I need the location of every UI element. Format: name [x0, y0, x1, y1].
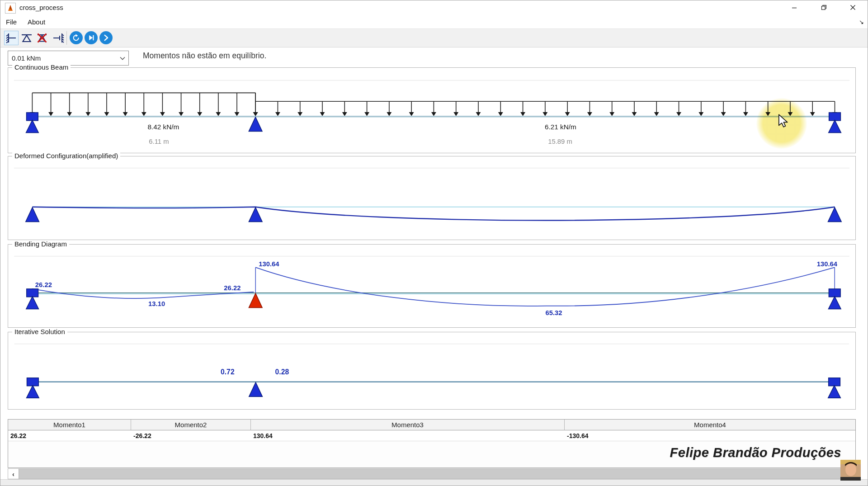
table-cell[interactable]: 26.22 [8, 430, 131, 441]
moments-table: Momento1 Momento2 Momento3 Momento4 26.2… [8, 419, 856, 468]
deformed-curve [33, 207, 835, 221]
close-button[interactable] [842, 0, 863, 14]
support-icon [26, 208, 39, 222]
free-end-icon [52, 32, 64, 44]
reset-icon [72, 33, 80, 42]
iterative-solution-panel: Iterative Solution 0.72 0.28 [8, 332, 856, 410]
distributed-load-arrows-right [253, 101, 837, 116]
close-icon [850, 5, 856, 10]
run-icon [102, 34, 110, 42]
support-icon [249, 117, 262, 132]
fixed-support-tool-button[interactable] [4, 31, 19, 45]
pin-support-icon [21, 32, 33, 44]
menu-about[interactable]: About [24, 17, 49, 27]
support-icon [828, 208, 841, 222]
load-label-right: 6.21 kN/m [545, 123, 576, 131]
distribution-factor-left: 0.72 [221, 368, 235, 376]
watermark-text: Felipe Brandão Produções [670, 445, 841, 460]
watermark-avatar [840, 460, 861, 481]
matlab-app-icon [5, 3, 16, 14]
table-cell[interactable]: -130.64 [565, 430, 855, 441]
support-icon [249, 208, 262, 222]
continuous-beam-panel: Continuous Beam 8.42 kN/m 6.11 m 6.21 kN… [8, 67, 856, 153]
window-title: cross_process [19, 4, 63, 11]
span-length-right: 15.89 m [548, 138, 572, 145]
table-cell[interactable]: -26.22 [131, 430, 251, 441]
scroll-left-button[interactable]: ‹ [8, 469, 19, 479]
support-icon [26, 113, 39, 133]
toolbar-separator [66, 31, 67, 45]
run-button[interactable] [99, 31, 113, 44]
reset-button[interactable] [70, 31, 83, 44]
column-header[interactable]: Momento2 [131, 420, 251, 430]
support-icon [26, 289, 39, 309]
bending-diagram-canvas: 26.22 13.10 26.22 130.64 65.32 130.64 [8, 245, 855, 327]
deformed-configuration-panel: Deformed Configuration(amplified) [8, 156, 856, 240]
step-icon [87, 34, 95, 42]
span-length-left: 6.11 m [149, 138, 169, 145]
moment-curve-right-span [255, 267, 835, 306]
status-message: Momentos não estão em equilíbrio. [143, 51, 266, 61]
toolbar [0, 28, 868, 47]
column-header[interactable]: Momento4 [565, 420, 855, 430]
menu-bar: File About [0, 15, 868, 28]
app-window: cross_process File About ↘ [0, 0, 868, 486]
horizontal-scrollbar[interactable]: ‹ [8, 468, 856, 479]
dock-arrow-icon[interactable]: ↘ [859, 19, 864, 25]
support-icon [829, 113, 841, 133]
table-row: 26.22 -26.22 130.64 -130.64 [8, 430, 855, 441]
deformed-configuration-canvas [8, 156, 855, 240]
moment-value: 13.10 [148, 300, 165, 307]
chevron-down-icon [117, 57, 128, 60]
table-header-row: Momento1 Momento2 Momento3 Momento4 [8, 420, 855, 430]
load-label-left: 8.42 kN/m [147, 123, 179, 131]
free-end-tool-button[interactable] [51, 31, 66, 45]
step-button[interactable] [85, 31, 98, 44]
moment-value: 26.22 [35, 281, 52, 288]
restore-button[interactable] [813, 0, 834, 14]
menu-file[interactable]: File [2, 17, 20, 27]
distribution-factor-right: 0.28 [275, 368, 289, 376]
support-icon [249, 382, 263, 397]
table-cell[interactable]: 130.64 [251, 430, 565, 441]
column-header[interactable]: Momento1 [8, 420, 131, 430]
window-bottom-edge [0, 479, 868, 486]
moment-value: 130.64 [817, 260, 838, 268]
support-icon [828, 378, 841, 398]
moment-value: 26.22 [224, 284, 241, 292]
distributed-load-arrows-left [30, 93, 258, 116]
support-icon [828, 289, 841, 309]
moment-value: 65.32 [545, 309, 562, 316]
restore-icon [821, 5, 827, 10]
unbalanced-support-icon [249, 293, 262, 308]
remove-support-tool-button[interactable] [35, 31, 49, 45]
fixed-support-icon [5, 32, 17, 44]
minimize-button[interactable] [784, 0, 805, 14]
minimize-icon [792, 5, 797, 10]
moment-value: 130.64 [259, 260, 279, 268]
scroll-left-icon: ‹ [12, 470, 14, 478]
title-bar: cross_process [0, 0, 868, 15]
support-icon [27, 378, 39, 398]
column-header[interactable]: Momento3 [251, 420, 565, 430]
continuous-beam-canvas: 8.42 kN/m 6.11 m 6.21 kN/m 15.89 m [8, 68, 855, 153]
bending-diagram-panel: Bending Diagram 26.22 13.10 26.22 130.64… [8, 244, 856, 328]
tolerance-value: 0.01 kNm [8, 54, 117, 62]
remove-support-icon [36, 32, 48, 44]
iterative-solution-canvas: 0.72 0.28 [8, 332, 855, 409]
pin-support-tool-button[interactable] [19, 31, 34, 45]
